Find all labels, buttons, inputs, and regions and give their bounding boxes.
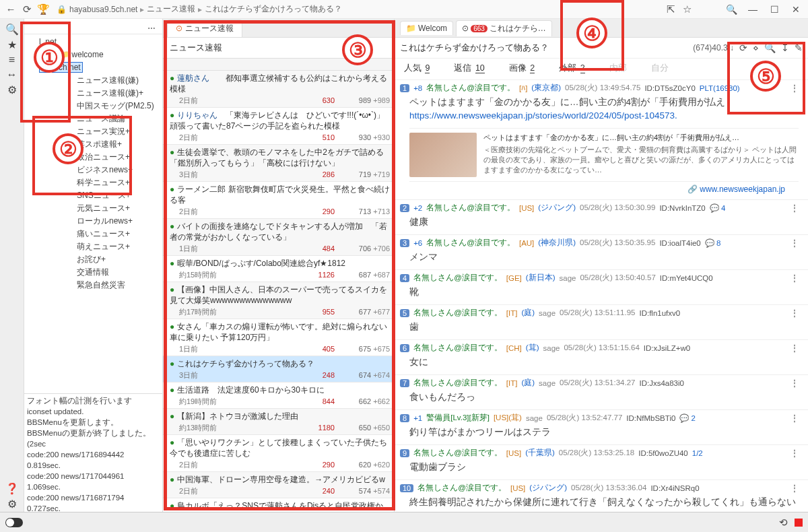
tree-node[interactable]: ローカルnews+ [28,215,162,228]
left-rail: 🔍★≡↔⚙ ❓⚙ [0,19,24,512]
tree-node[interactable]: 中国スモッグ(PM2.5) [28,100,162,112]
toolbar-icon[interactable]: ✎ [795,42,803,53]
thread-item[interactable]: ●島カルボ「えっ？SNSで蓮舫さんをDisると自民党政権から時給って本当？」 蓮… [163,498,394,512]
sidebar: … l_net📁 welcome⊙ 5ch.netニュース速報(嫌)ニュース速報… [24,19,163,512]
filter-tab[interactable]: 自分 [651,63,669,74]
post: 8+1警備員[Lv.3][新芽][US](茸)sage05/28(火) 13:5… [395,410,808,445]
footer: ⟲ [0,512,808,532]
content-pane: 📁Welcom⊙663これはケチら… これはケチらず金かけろって物ある？ (67… [395,19,808,512]
board-title: ニュース速報 [163,38,394,59]
sync-icon[interactable]: ⟲ [779,517,788,529]
tree-node[interactable]: ニュース実況+ [28,125,162,138]
rail-icon[interactable]: ⚙ [5,82,19,98]
rail-icon[interactable]: 🔍 [5,22,19,37]
trophy-icon[interactable]: 🏆 [35,3,51,15]
tree-node[interactable]: 政治ニュース+ [28,151,162,164]
tree-node[interactable]: 科学ニュース+ [28,176,162,189]
filter-tab[interactable]: 返信 10 [454,63,484,74]
toolbar-icon[interactable]: ⋄ [753,42,759,53]
reload-icon[interactable]: ⟳ [19,3,35,15]
post: 4名無しさん@涙目です。[GE](新日本)sage05/28(火) 13:50:… [395,270,808,305]
filter-tab[interactable]: 内部 [609,63,627,74]
link-card[interactable]: ペットはますます「金のかかる友」に…飼い主の約4割が「手術費用が払え…＜医療技術… [409,128,799,182]
tree-node[interactable]: 元気ニュース+ [28,202,162,215]
rail-icon[interactable]: ≡ [5,53,19,67]
tree-node[interactable]: お詫び+ [28,253,162,266]
board-tree[interactable]: l_net📁 welcome⊙ 5ch.netニュース速報(嫌)ニュース速報(嫌… [24,34,162,393]
tree-node[interactable]: ニュース議論 [28,112,162,125]
tree-node[interactable]: 痛いニュース+ [28,228,162,240]
filter-tab[interactable]: 人気 9 [404,63,430,74]
toolbar-icon[interactable]: ↧ [781,42,789,53]
post-link[interactable]: https://www.newsweekjapan.jp/stories/wor… [409,110,677,121]
more-icon[interactable]: … [24,19,162,34]
board-tab[interactable]: ⊙ニュース速報 [167,20,242,37]
toolbar-icon[interactable]: ⟳ [739,42,747,53]
domain: hayabusa9.5ch.net [69,5,137,14]
thread-item[interactable]: ●暇華/BOND/ぱっぷす/Colabo関連総合yf★1812約15時間前112… [163,256,394,282]
rail-icon[interactable]: ↔ [5,67,19,82]
close-button[interactable]: ✕ [786,4,805,15]
thread-item[interactable]: ●【画像】中国人さん、日本のスーパーで売ってるスイカを見て大爆笑wwwwwwww… [163,282,394,319]
post: 9名無しさん@涙目です。[US](千葉県)05/28(火) 13:53:25.1… [395,445,808,480]
tree-node[interactable]: 📁 welcome [28,48,162,61]
filter-tab[interactable]: 画像 2 [509,63,535,74]
tree-node[interactable]: SNSニュース+ [28,189,162,202]
thread-item[interactable]: ●ラーメン二郎 新宿歌舞伎町店で火災発生。平然と食べ続ける客2日前290713 … [163,182,394,219]
record-icon[interactable] [795,519,803,527]
post: 6名無しさん@涙目です。[CH](茸)sage05/28(火) 13:51:15… [395,340,808,375]
tree-node[interactable]: 芸スポ速報+ [28,138,162,151]
min-button[interactable]: — [743,4,762,15]
filter-bar[interactable] [163,59,394,71]
max-button[interactable]: ☐ [765,4,784,15]
external-icon[interactable]: ⇱ [663,3,679,15]
rail-icon[interactable]: ★ [5,37,19,53]
content-tab[interactable]: 📁Welcom [400,21,453,35]
thread-item[interactable]: ●りりちゃん 「東海テレビさんは ひどいです!!!(´•ω•`)」頑張って書いた… [163,108,394,145]
thread-item[interactable]: ●蓮舫さん 都知事選立候補するも公約はこれから考える模様2日前630989 +9… [163,71,394,108]
tree-node[interactable]: ⊙ 5ch.net [28,61,162,74]
thread-item[interactable]: ●バイトの面接を連絡なしでドタキャンする人が増加 「若者の常覚がおかしくなってい… [163,219,394,256]
tree-node[interactable]: 交通情報 [28,266,162,279]
thread-item[interactable]: ●生活道路 法定速度60キロから30キロに約19時間前844662 +662 [163,383,394,409]
filter-tab[interactable]: 外部 2 [559,63,584,74]
thread-stats: (674)40.3 ↓ [693,43,734,53]
thread-item[interactable]: ●女さん「車カスの煽り運転が怖いです。絶対に煽られない車に乗りたい 予算120万… [163,319,394,356]
titlebar: ← ⟳ 🏆 🔒 hayabusa9.5ch.net ▸ ニュース速報 ▸ これは… [0,0,808,19]
thread-item[interactable]: ●「思いやりワクチン」として接種しまくっていた子供たち 今でも後遺症に苦しむ2日… [163,435,394,472]
rail-icon[interactable]: ⚙ [5,496,19,512]
tree-node[interactable]: 緊急自然災害 [28,279,162,292]
toggle-switch[interactable] [5,518,23,527]
source-link[interactable]: 🔗 www.newsweekjapan.jp [400,185,799,194]
zoom-icon[interactable]: 🔍 [722,4,741,15]
thread-title: これはケチらず金かけろって物ある？ [400,42,693,54]
thread-item[interactable]: ●これはケチらず金かけろって物ある？3日前248674 +674 [163,356,394,383]
post: 3+6名無しさん@涙目です。[AU](神奈川県)05/28(火) 13:50:3… [395,235,808,270]
tree-node[interactable]: ニュース速報(嫌) [28,74,162,87]
rail-icon[interactable]: ❓ [5,481,19,496]
thread-list-pane: ⊙ニュース速報 ニュース速報 ●蓮舫さん 都知事選立候補するも公約はこれから考え… [163,19,395,512]
tree-node[interactable]: l_net [28,36,162,48]
back-icon[interactable]: ← [3,3,19,15]
star-icon[interactable]: ☆ [679,3,695,15]
thread-item[interactable]: ●【新潟】ネトウヨが激減した理由約13時間前1180650 +650 [163,409,394,435]
content-tab[interactable]: ⊙663これはケチら… [456,20,552,36]
post: 7名無しさん@涙目です。[IT](庭)sage05/28(火) 13:51:34… [395,375,808,410]
post: 1+8名無しさん@涙目です。[ﾊ](東京都)05/28(火) 13:49:54.… [395,80,808,200]
tree-node[interactable]: ビジネスnews+ [28,164,162,176]
thread-item[interactable]: ●生徒会選挙で、教頭のモノマネをした中2をガチで詰める「鑑別所入ってもらう」「高… [163,145,394,182]
tree-node[interactable]: 萌えニュース+ [28,240,162,253]
post: 2+2名無しさん@涙目です。[US](ジパング)05/28(火) 13:50:3… [395,200,808,235]
address-breadcrumb: 🔒 hayabusa9.5ch.net ▸ ニュース速報 ▸ これはケチらず金か… [51,3,663,15]
toolbar-icon[interactable]: 🔍 [764,42,776,53]
log-pane: フォント幅の計測を行いますiconset updated.BBSMenuを更新し… [24,393,162,512]
thread-item[interactable]: ●中国海軍、ドローン専用空母を建造。→アメリカビビるw2日前240574 +57… [163,472,394,498]
post: 5名無しさん@涙目です。[IT](庭)sage05/28(火) 13:51:11… [395,305,808,340]
tree-node[interactable]: ニュース速報(嫌)+ [28,87,162,100]
post: 10名無しさん@涙目です。[US](ジパング)05/28(火) 13:53:36… [395,480,808,512]
